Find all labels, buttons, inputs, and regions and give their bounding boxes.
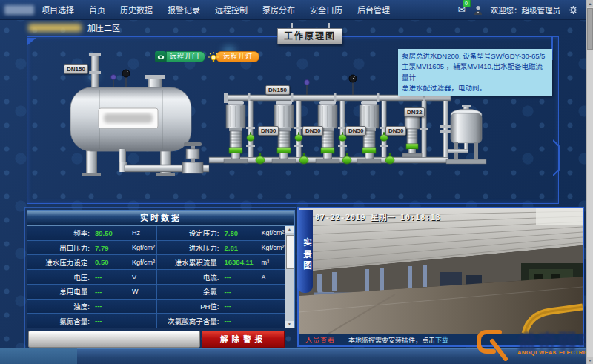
nav-item-project[interactable]: 项目选择: [34, 4, 82, 16]
clear-alarm-button[interactable]: 解除警报: [202, 331, 285, 348]
param-label: PH值:: [157, 301, 219, 311]
param-label: 出口压力:: [27, 242, 90, 253]
nav-item-alarm-records[interactable]: 报警记录: [160, 4, 208, 16]
param-unit: m³: [262, 259, 286, 266]
param-unit: Kgf/cm²: [262, 244, 286, 251]
plugin-notice-text: 本地监控需要安装插件，点击: [348, 335, 435, 345]
table-row: 进水压力设定:0.50Kgf/cm² 进水累积流量:16384.11m³: [27, 255, 285, 270]
scroll-down-icon[interactable]: ▼: [285, 321, 294, 328]
scroll-up-icon[interactable]: ▲: [587, 0, 593, 7]
remote-light-label: 远程开灯: [216, 51, 259, 62]
pipe-tag-pump1: DN50: [258, 126, 279, 136]
param-value: ---: [219, 302, 262, 310]
info-line: 主泵MVI1605 ，辅泵MVI410,出水配备电磁流量计: [402, 62, 549, 83]
pipe-tag-pump4: DN50: [385, 126, 406, 136]
person-status-text: 人员查看: [305, 335, 335, 345]
remote-light-button[interactable]: 远程开灯: [208, 51, 259, 62]
realtime-data-panel: 实时数据 频率:39.50Hz 设定压力:7.80Kgf/cm² 出口压力:7.…: [27, 210, 295, 328]
param-value: 0.50: [90, 258, 132, 266]
scroll-down-icon[interactable]: ▼: [587, 357, 593, 364]
nav-right-cluster: ✉ 0 欢迎您：超级管理员: [457, 4, 587, 16]
param-label: 进水累积流量:: [157, 257, 219, 268]
table-row: 出口压力:7.79Kgf/cm² 进水压力:2.81Kgf/cm²: [27, 241, 285, 256]
pipe-tag-inlet: DN150: [64, 64, 88, 74]
param-value: 2.81: [219, 244, 262, 252]
param-label: 氨氮含量:: [27, 316, 90, 326]
param-label: 进水压力设定:: [27, 257, 90, 268]
param-value: 7.80: [219, 229, 262, 237]
mail-icon[interactable]: ✉ 0: [457, 4, 465, 15]
alarm-input[interactable]: [28, 331, 200, 348]
page-scrollbar[interactable]: ▲ ▼: [586, 0, 593, 364]
table-row: 总用电量:---W 余氯:---: [27, 285, 285, 300]
param-value: ---: [90, 288, 132, 296]
camera-timestamp: 07-22-2019 星期一 10:18:13: [315, 211, 440, 222]
pipe-tag-pump2: DN50: [302, 126, 323, 136]
param-unit: Kgf/cm²: [132, 244, 156, 251]
info-line: 泵房总进水DN200, 设备型号SW/GDY-30-65/5: [402, 51, 549, 62]
param-label: 设定压力:: [157, 228, 219, 238]
table-scrollbar[interactable]: ▲ ▼: [285, 226, 294, 328]
live-view-tab[interactable]: 实景图: [297, 210, 313, 293]
scroll-up-icon[interactable]: ▲: [285, 226, 294, 233]
table-row: 频率:39.50Hz 设定压力:7.80Kgf/cm²: [27, 226, 285, 241]
mail-count-badge: 0: [463, 0, 471, 7]
table-row: 电压:---V 电流:---A: [27, 270, 285, 285]
equipment-info-box: 泵房总进水DN200, 设备型号SW/GDY-30-65/5 主泵MVI1605…: [398, 49, 552, 96]
param-unit: Kgf/cm²: [132, 259, 156, 266]
param-label: 频率:: [27, 228, 90, 238]
param-label: 浊度:: [27, 301, 90, 311]
info-line: 总进水配过滤器，电动阀。: [402, 83, 549, 93]
nav-item-calendar[interactable]: 安全日历: [302, 4, 350, 16]
scrollbar-thumb[interactable]: [286, 235, 294, 269]
settings-icon[interactable]: [569, 5, 578, 15]
param-label: 进水压力:: [157, 242, 219, 253]
remote-door-label: 远程开门: [166, 51, 205, 62]
zone-title: 加压二区: [87, 21, 120, 33]
param-label: 电压:: [27, 272, 90, 282]
realtime-title: 实时数据: [27, 211, 294, 226]
plugin-download-link[interactable]: 下载: [435, 335, 448, 345]
realtime-table: 频率:39.50Hz 设定压力:7.80Kgf/cm² 出口压力:7.79Kgf…: [27, 226, 285, 328]
table-row: 氨氮含量:--- 次氯酸离子含量:---: [27, 314, 285, 328]
nav-item-home[interactable]: 首页: [82, 4, 113, 16]
site-name-redacted: [28, 24, 82, 32]
welcome-text: 欢迎您：超级管理员: [491, 4, 561, 16]
param-unit: A: [262, 274, 286, 281]
param-value: ---: [219, 288, 262, 296]
nav-item-remote-control[interactable]: 远程控制: [208, 4, 255, 16]
navbar: 项目选择 首页 历史数据 报警记录 远程控制 泵房分布 安全日历 后台管理 ✉ …: [0, 0, 587, 20]
door-eye-icon: [155, 51, 166, 62]
app-logo: [4, 5, 34, 15]
table-row: 浊度:--- PH值:---: [27, 300, 285, 314]
param-unit: Hz: [132, 229, 156, 236]
camera-feed-image: 07-22-2019 星期一 10:18:13: [299, 208, 583, 334]
pressure-tank: [70, 70, 191, 176]
avatar[interactable]: [474, 5, 483, 15]
nav-item-history[interactable]: 历史数据: [113, 4, 160, 16]
footer-left-block: [0, 348, 77, 364]
pipe-tag-header: DN150: [265, 85, 290, 95]
param-label: 电流:: [157, 272, 219, 282]
inlet-pipe: [89, 53, 101, 90]
principle-diagram-button[interactable]: 工作原理图: [277, 28, 342, 44]
param-value: ---: [219, 273, 262, 281]
param-value: 7.79: [90, 244, 132, 252]
param-unit: V: [132, 274, 156, 281]
camera-footer-bar: 人员查看 本地监控需要安装插件，点击 下载: [299, 334, 583, 345]
param-value: ---: [90, 273, 132, 281]
nav-item-pump-rooms[interactable]: 泵房分布: [255, 4, 302, 16]
bulb-icon: [208, 52, 219, 62]
param-unit: Kgf/cm²: [262, 229, 286, 236]
remote-open-door-button[interactable]: 远程开门: [155, 51, 205, 62]
footer-bar: [0, 348, 587, 364]
scada-app: 项目选择 首页 历史数据 报警记录 远程控制 泵房分布 安全日历 后台管理 ✉ …: [0, 0, 593, 364]
param-value: 39.50: [90, 229, 132, 237]
header-gauges: [305, 75, 357, 95]
param-value: ---: [219, 317, 262, 325]
scrollbar-thumb[interactable]: [587, 8, 593, 50]
pipe-tag-pump3: DN50: [345, 126, 366, 136]
param-value: ---: [90, 302, 132, 310]
param-value: 16384.11: [219, 258, 262, 266]
nav-item-admin[interactable]: 后台管理: [350, 4, 397, 16]
